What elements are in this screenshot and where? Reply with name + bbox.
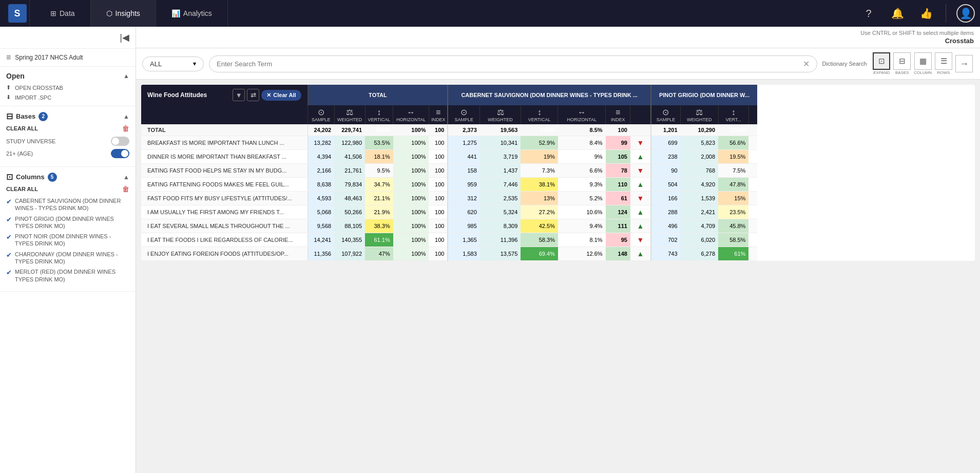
data-cell: 2,421 [681,205,718,219]
table-title-row: Wine Food Attitudes ▼ ⇄ ✕ Clea [141,85,757,105]
sidebar-columns-section: ⊡ Columns 5 ▲ CLEAR ALL 🗑 ✔ CABERNET SAU… [0,167,136,292]
filter-button[interactable]: ▼ [233,89,245,101]
data-cell: 1,539 [681,192,718,205]
notifications-icon[interactable]: 🔔 [888,4,907,23]
nav-data[interactable]: ⊞ Data [35,0,91,27]
data-cell: 702 [651,233,681,247]
bases-view-button[interactable]: ⊟ [893,52,911,70]
like-icon[interactable]: 👍 [917,4,935,23]
data-cell: 1,365 [448,233,479,247]
data-cell: 699 [651,136,681,150]
columns-chevron-icon: ▲ [123,174,129,181]
arrow-cell: ▲ [630,205,651,219]
row-label: I EAT THE FOODS I LIKE REGARDLESS OF CAL… [141,233,308,247]
import-spc-label: IMPORT .SPC [15,94,51,101]
total-horizontal-header: ↔ HORIZONTAL [393,105,429,124]
data-cell: 100% [365,124,393,136]
col-item-chardonnay: ✔ CHARDONNAY (DOM DINNER WINES - TYPES D… [6,251,129,266]
column-view-button[interactable]: ▦ [914,52,932,70]
data-cell: 34.7% [365,178,393,192]
data-cell: 158 [448,164,479,178]
bases-clear-all-row: CLEAR ALL 🗑 [6,124,129,133]
data-cell: 100% [393,247,429,261]
data-cell [748,124,757,136]
export-button[interactable]: → [955,55,973,72]
nav-data-label: Data [60,9,75,17]
sidebar-collapse-button[interactable]: |◀ [120,32,129,43]
data-cell: 111 [606,219,630,233]
table-title: Wine Food Attitudes [147,91,207,99]
filter-dropdown[interactable]: ALL ▾ [142,56,204,71]
data-cell: 100% [393,205,429,219]
data-cell: 19.5% [718,150,748,164]
data-cell: 2,535 [480,192,521,205]
data-cell: 100% [393,192,429,205]
dictionary-search-label: Dictionary Search [822,61,867,67]
app-logo[interactable]: S [5,0,30,27]
main-content: Use CNTRL or SHIFT to select multiple it… [136,27,980,473]
col-pinot-noir-label: PINOT NOIR (DOM DINNER WINES - TYPES DRI… [15,233,129,248]
data-cell: 1,201 [651,124,681,136]
table-filter-bar: ▼ ⇄ [233,89,259,101]
data-cell: 11,356 [308,247,335,261]
data-cell: 1,437 [480,164,521,178]
study-universe-label: STUDY UNIVERSE [6,138,55,144]
data-cell: 13% [521,192,558,205]
data-cell: 24,202 [308,124,335,136]
data-cell [748,219,757,233]
col-chardonnay-check: ✔ [6,251,12,259]
help-icon[interactable]: ? [859,4,878,23]
bases-title-row: ⊟ Bases 2 ▲ [6,111,129,121]
data-cell: 100% [393,233,429,247]
data-cell: 100 [429,136,448,150]
toolbar-search-row: ALL ▾ ✕ Dictionary Search ⊡ EXPAND ⊟ BAS… [136,48,980,80]
filter-dropdown-label: ALL [150,60,190,68]
rows-view-button[interactable]: ☰ [935,52,952,70]
row-label: BREAKFAST IS MORE IMPORTANT THAN LUNCH .… [141,136,308,150]
columns-delete-icon[interactable]: 🗑 [122,185,129,193]
table-row: I EAT SEVERAL SMALL MEALS THROUGHOUT THE… [141,219,757,233]
data-cell: 100 [606,124,630,136]
open-crosstab-link[interactable]: ⬆ OPEN CROSSTAB [6,84,129,91]
age-toggle[interactable] [111,149,129,158]
bases-delete-icon[interactable]: 🗑 [122,124,129,133]
data-cell [748,178,757,192]
columns-grid-icon: ⊡ [6,172,13,182]
data-cell: 21,761 [334,164,365,178]
import-spc-link[interactable]: ⬇ IMPORT .SPC [6,94,129,101]
data-cell: 79,834 [334,178,365,192]
data-cell: 61% [718,247,748,261]
columns-title-row: ⊡ Columns 5 ▲ [6,172,129,182]
nav-analytics[interactable]: 📊 Analytics [156,0,228,27]
data-cell: 100% [393,178,429,192]
user-avatar[interactable]: 👤 [956,4,975,23]
data-cell: 100% [718,124,748,136]
toolbar-row-top: Use CNTRL or SHIFT to select multiple it… [136,27,980,48]
data-cell: 100% [393,219,429,233]
expand-view-label: EXPAND [873,70,890,75]
arrow-cell: ▲ [630,150,651,164]
data-cell: 69.4% [521,247,558,261]
arrow-cell: ▲ [630,219,651,233]
open-crosstab-label: OPEN CROSSTAB [15,85,63,91]
data-cell: 441 [448,150,479,164]
rows-view-group: ☰ ROWS [935,52,952,75]
table-clear-all-button[interactable]: ✕ Clear All [261,90,301,101]
data-cell: 2,373 [448,124,479,136]
data-cell: 9.3% [558,178,606,192]
table-area[interactable]: Wine Food Attitudes ▼ ⇄ ✕ Clea [136,80,980,473]
pg-more-header [748,105,757,124]
arrow-cell: ▼ [630,233,651,247]
data-cell: 3,719 [480,150,521,164]
search-clear-icon[interactable]: ✕ [803,59,810,69]
columns-title: ⊡ Columns 5 [6,172,57,182]
col-item-pinot-grigio: ✔ PINOT GRIGIO (DOM DINNER WINES TYPES D… [6,215,129,230]
pg-sample-header: ⊙ SAMPLE [651,105,681,124]
nav-insights[interactable]: ⬡ Insights [91,0,156,27]
expand-view-button[interactable]: ⊡ [873,52,890,70]
search-input[interactable] [217,60,800,68]
study-universe-toggle[interactable] [111,137,129,146]
swap-button[interactable]: ⇄ [247,89,259,101]
data-cell: 58.3% [521,233,558,247]
sub-header-row: ⊙ SAMPLE ⚖ WEIGHTED [141,105,757,124]
